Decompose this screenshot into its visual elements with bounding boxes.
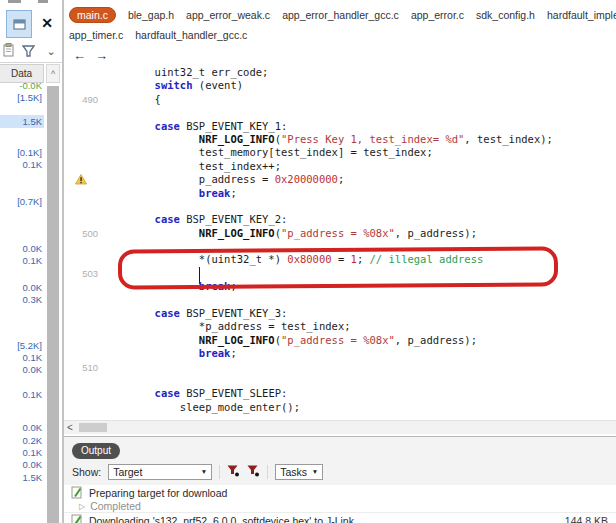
data-value[interactable]: 1.5K (0, 115, 44, 128)
output-tab[interactable]: Output (72, 443, 120, 459)
code-line[interactable]: break; (104, 187, 553, 200)
window-restore-icon (13, 19, 26, 30)
dropdown-arrow-icon: ▼ (312, 468, 318, 475)
nav-back-icon[interactable]: ← (73, 48, 86, 63)
log-entry-text: Preparing target for download (89, 487, 227, 499)
code-line[interactable]: NRF_LOG_INFO("Press Key 1, test_index= %… (104, 133, 553, 146)
close-icon: ✕ (41, 15, 53, 31)
log-entry-sub[interactable]: ▷ Completed (64, 500, 616, 512)
show-target-dropdown[interactable]: Target ▼ (108, 464, 212, 480)
tab-hardfault_handler_gcc.c[interactable]: hardfault_handler_gcc.c (135, 29, 247, 41)
data-value[interactable]: 1.5K (0, 471, 44, 484)
scroll-left-icon[interactable]: < (67, 421, 73, 434)
tab-app_error.c[interactable]: app_error.c (411, 9, 464, 21)
line-number (64, 374, 98, 387)
tab-app_timer.c[interactable]: app_timer.c (69, 29, 123, 41)
editor-nav: ← → (73, 48, 108, 63)
line-number: 500 (64, 227, 98, 240)
data-value[interactable]: 0.1K (0, 388, 44, 401)
log-entry[interactable]: Preparing target for download (64, 485, 616, 500)
vertical-scrollbar-thumb[interactable] (47, 86, 59, 523)
line-number (64, 280, 98, 293)
tab-main.c[interactable]: main.c (69, 7, 116, 23)
expand-triangle-icon[interactable]: ▷ (79, 502, 85, 511)
close-panel-button[interactable]: ✕ (36, 10, 58, 36)
editor-region: main.cble_gap.happ_error_weak.capp_error… (64, 0, 616, 523)
gutter[interactable]: 490500503510 (64, 66, 98, 414)
tab-ble_gap.h[interactable]: ble_gap.h (128, 9, 174, 21)
code-line[interactable] (104, 294, 553, 307)
code-lines[interactable]: uint32_t err_code; switch (event) { case… (104, 66, 553, 414)
data-value[interactable]: 0.1K (0, 158, 44, 171)
code-line[interactable]: case BSP_EVENT_KEY_3: (104, 307, 553, 320)
data-value[interactable]: 0.0K (0, 421, 44, 434)
clipboard-icon[interactable] (2, 43, 15, 62)
nav-forward-icon[interactable]: → (95, 48, 108, 63)
code-editor[interactable]: 490500503510 uint32_t err_code; switch (… (64, 62, 616, 420)
tasks-dropdown[interactable]: Tasks ▼ (275, 464, 323, 480)
code-line[interactable]: sleep_mode_enter(); (104, 401, 553, 414)
restore-window-button[interactable] (6, 10, 32, 38)
code-line[interactable]: break; (104, 347, 553, 360)
data-value[interactable]: 0.0K (0, 458, 44, 471)
line-number (64, 240, 98, 253)
scrollbar-up-button[interactable]: ^ (46, 64, 60, 83)
line-number (64, 66, 98, 79)
output-toolbar: Show: Target ▼ (72, 463, 323, 480)
line-number: 503 (64, 267, 98, 280)
code-line[interactable]: NRF_LOG_INFO("p_address = %08x", p_addre… (104, 334, 553, 347)
data-value[interactable]: [1.5K] (0, 91, 44, 104)
tab-app_error_weak.c[interactable]: app_error_weak.c (186, 9, 270, 21)
task-icon (71, 486, 83, 499)
line-number (64, 213, 98, 226)
tab-row-1: main.cble_gap.happ_error_weak.capp_error… (69, 7, 616, 23)
line-number (64, 200, 98, 213)
data-value[interactable]: 0.0K (0, 363, 44, 376)
tab-app_error_handler_gcc.c[interactable]: app_error_handler_gcc.c (282, 9, 399, 21)
line-number (64, 79, 98, 92)
code-line[interactable]: case BSP_EVENT_SLEEP: (104, 387, 553, 400)
line-number (64, 146, 98, 159)
code-line[interactable]: break; (104, 280, 553, 293)
code-line[interactable]: test_memory[test_index] = test_index; (104, 146, 553, 159)
horizontal-scrollbar[interactable]: < (64, 420, 616, 434)
filter-warnings-button[interactable] (247, 465, 260, 479)
code-line[interactable]: p_address = 0x20000000; (104, 173, 553, 186)
data-value[interactable]: [0.7K] (0, 195, 44, 208)
code-line[interactable]: switch (event) (104, 79, 553, 92)
line-number (64, 347, 98, 360)
chevron-down-icon[interactable]: ⌄ (44, 43, 58, 59)
code-line[interactable] (104, 240, 553, 253)
panel-toolbar: ⌄ (0, 43, 62, 62)
line-number (64, 320, 98, 333)
line-number (64, 187, 98, 200)
line-number (64, 334, 98, 347)
log-entry-text: Downloading 's132_nrf52_6.0.0_softdevice… (89, 515, 354, 523)
line-number: 510 (64, 361, 98, 374)
data-value[interactable]: 0.1K (0, 254, 44, 267)
data-value[interactable]: 0.3K (0, 293, 44, 306)
code-line[interactable]: *p_address = test_index; (104, 320, 553, 333)
code-line[interactable] (104, 106, 553, 119)
code-line[interactable] (104, 200, 553, 213)
code-line[interactable]: NRF_LOG_INFO("p_address = %08x", p_addre… (104, 227, 553, 240)
horizontal-scrollbar-thumb[interactable] (79, 423, 107, 432)
toolbar-separator (219, 465, 220, 479)
tab-hardfault_implementation.c[interactable]: hardfault_implementation.c (547, 9, 616, 21)
code-line[interactable]: *(uint32_t *) 0x80000 = 1; // illegal ad… (104, 253, 553, 266)
code-line[interactable] (104, 361, 553, 374)
code-line[interactable]: uint32_t err_code; (104, 66, 553, 79)
code-line[interactable] (104, 374, 553, 387)
scroll-up-icon: ^ (51, 69, 55, 79)
line-number (64, 401, 98, 414)
code-line[interactable] (104, 267, 553, 280)
tab-sdk_config.h[interactable]: sdk_config.h (476, 9, 535, 21)
filter-icon[interactable] (22, 44, 35, 62)
log-entry[interactable]: Downloading 's132_nrf52_6.0.0_softdevice… (64, 512, 616, 523)
code-line[interactable]: case BSP_EVENT_KEY_2: (104, 213, 553, 226)
code-line[interactable]: { (104, 93, 553, 106)
toolbar-separator (267, 465, 268, 479)
code-line[interactable]: test_index++; (104, 160, 553, 173)
filter-errors-button[interactable] (227, 465, 240, 479)
code-line[interactable]: case BSP_EVENT_KEY_1: (104, 120, 553, 133)
